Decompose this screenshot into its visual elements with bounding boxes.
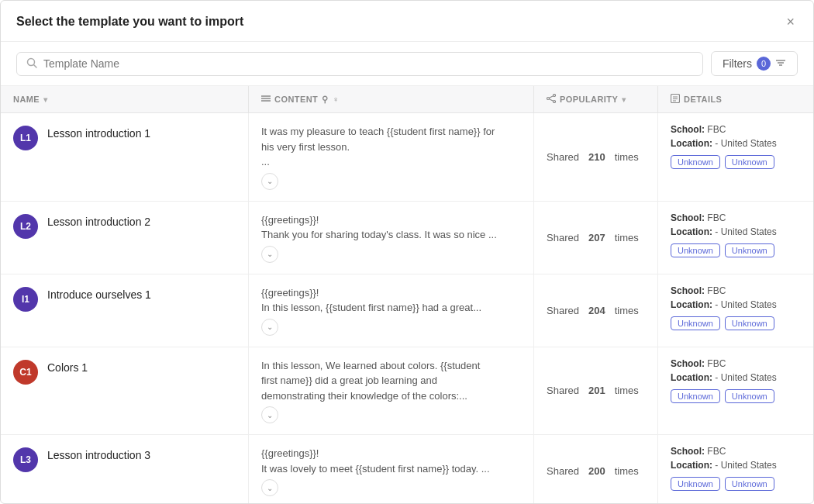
location-line: Location: - United States — [671, 460, 777, 471]
shared-label: Shared — [547, 305, 579, 316]
school-label: School: — [671, 285, 705, 296]
school-value: FBC — [707, 285, 726, 296]
location-value: - United States — [715, 372, 776, 383]
list-icon — [261, 95, 271, 104]
expand-button[interactable]: ⌄ — [261, 173, 278, 190]
location-value: - United States — [715, 299, 776, 310]
th-popularity: POPULARITY ▾ — [534, 86, 658, 112]
popularity-cell: Shared 210 times — [534, 113, 658, 201]
share-icon — [547, 94, 556, 105]
shared-count: 200 — [588, 465, 605, 477]
content-cell: {{greetings}}! It was lovely to meet {{s… — [249, 435, 534, 503]
th-details: DETAILS — [658, 86, 813, 112]
template-name: Introduce ourselves 1 — [47, 285, 151, 301]
content-text: {{greetings}}! It was lovely to meet {{s… — [261, 446, 490, 476]
table-header: NAME ▾ CONTENT ⚲ ♀ — [1, 86, 813, 113]
badge-0[interactable]: Unknown — [671, 243, 720, 257]
shared-label: Shared — [547, 232, 579, 243]
shared-count: 201 — [588, 385, 605, 396]
details-cell: School: FBCLocation: - United StatesUnkn… — [658, 347, 813, 435]
table-row: L1Lesson introduction 1It was my pleasur… — [1, 113, 813, 202]
svg-point-8 — [554, 95, 556, 97]
badge-0[interactable]: Unknown — [671, 155, 720, 169]
school-line: School: FBC — [671, 446, 726, 457]
shared-suffix: times — [615, 232, 639, 243]
location-line: Location: - United States — [671, 138, 777, 149]
badge-1[interactable]: Unknown — [725, 389, 774, 403]
popularity-cell: Shared 207 times — [534, 202, 658, 274]
badge-1[interactable]: Unknown — [725, 477, 774, 491]
details-icon — [671, 94, 680, 105]
school-line: School: FBC — [671, 212, 726, 223]
sort-icon-popularity: ▾ — [622, 95, 626, 104]
template-name: Lesson introduction 3 — [47, 446, 150, 461]
avatar: C1 — [13, 360, 38, 385]
import-template-modal: Select the template you want to import ×… — [0, 0, 814, 504]
school-value: FBC — [707, 446, 726, 457]
expand-button[interactable]: ⌄ — [261, 319, 278, 336]
popularity-cell: Shared 200 times — [534, 435, 658, 503]
search-bar: Filters 0 — [1, 42, 813, 86]
close-button[interactable]: × — [783, 13, 798, 30]
badge-1[interactable]: Unknown — [725, 243, 774, 257]
badge-0[interactable]: Unknown — [671, 389, 720, 403]
expand-button[interactable]: ⌄ — [261, 246, 278, 263]
badge-1[interactable]: Unknown — [725, 155, 774, 169]
content-text: {{greetings}}! Thank you for sharing tod… — [261, 212, 497, 243]
search-input[interactable] — [43, 57, 693, 70]
location-label: Location: — [671, 226, 712, 237]
male-icon: ⚲ — [322, 95, 328, 105]
shared-count: 207 — [588, 232, 605, 243]
expand-button[interactable]: ⌄ — [261, 406, 278, 423]
content-cell: {{greetings}}! Thank you for sharing tod… — [249, 202, 534, 274]
badge-row: UnknownUnknown — [671, 477, 774, 491]
template-name: Lesson introduction 1 — [47, 124, 150, 140]
details-cell: School: FBCLocation: - United StatesUnkn… — [658, 113, 813, 201]
school-line: School: FBC — [671, 124, 726, 135]
badge-1[interactable]: Unknown — [725, 316, 774, 330]
modal-header: Select the template you want to import × — [1, 1, 813, 42]
filter-button[interactable]: Filters 0 — [711, 51, 798, 76]
table-row: I1Introduce ourselves 1{{greetings}}! In… — [1, 274, 813, 347]
badge-row: UnknownUnknown — [671, 155, 774, 169]
svg-point-9 — [554, 101, 556, 103]
shared-count: 210 — [588, 151, 605, 163]
school-value: FBC — [707, 124, 726, 135]
school-label: School: — [671, 212, 705, 223]
avatar: I1 — [13, 287, 38, 312]
content-cell: It was my pleasure to teach {{student fi… — [249, 113, 534, 201]
badge-0[interactable]: Unknown — [671, 477, 720, 491]
search-icon — [26, 57, 37, 71]
shared-suffix: times — [615, 465, 639, 477]
details-cell: School: FBCLocation: - United StatesUnkn… — [658, 202, 813, 274]
school-label: School: — [671, 358, 705, 369]
svg-line-1 — [34, 64, 37, 67]
avatar: L2 — [13, 214, 38, 239]
svg-line-12 — [550, 99, 554, 101]
details-cell: School: FBCLocation: - United StatesUnkn… — [658, 274, 813, 347]
location-value: - United States — [715, 138, 776, 149]
location-value: - United States — [715, 460, 776, 471]
school-label: School: — [671, 446, 705, 457]
name-cell: C1Colors 1 — [1, 347, 249, 435]
shared-label: Shared — [547, 151, 579, 163]
avatar: L1 — [13, 126, 38, 150]
location-label: Location: — [671, 460, 712, 471]
school-line: School: FBC — [671, 285, 726, 296]
avatar: L3 — [13, 447, 38, 472]
location-value: - United States — [715, 226, 776, 237]
shared-label: Shared — [547, 465, 579, 477]
table-row: L3Lesson introduction 3{{greetings}}! It… — [1, 435, 813, 503]
popularity-cell: Shared 201 times — [534, 347, 658, 435]
location-line: Location: - United States — [671, 299, 777, 310]
th-content: CONTENT ⚲ ♀ — [249, 86, 534, 112]
table-row: L2Lesson introduction 2{{greetings}}! Th… — [1, 202, 813, 274]
filter-icon — [775, 57, 786, 71]
content-text: In this lesson, We learned about colors.… — [261, 358, 480, 404]
location-line: Location: - United States — [671, 372, 777, 383]
school-line: School: FBC — [671, 358, 726, 369]
expand-button[interactable]: ⌄ — [261, 479, 278, 496]
badge-0[interactable]: Unknown — [671, 316, 720, 330]
female-icon: ♀ — [333, 95, 340, 104]
location-label: Location: — [671, 372, 712, 383]
